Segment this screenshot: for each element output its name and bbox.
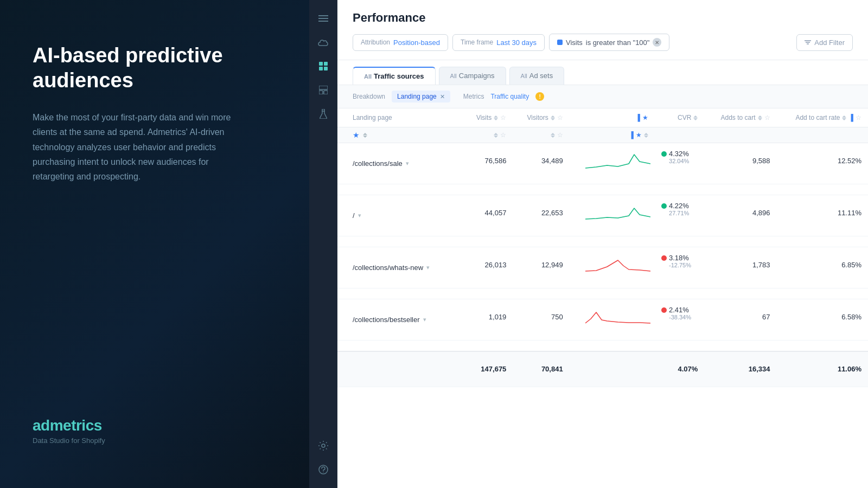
sparkline-cell [570,247,655,288]
hero-headline: AI-based predictive audiences [33,43,277,93]
visitors-star-icon[interactable]: ☆ [557,114,563,121]
breakdown-pill[interactable]: Landing page ✕ [392,91,450,102]
row-spacer [337,288,868,299]
sparkline-col-sort[interactable] [644,133,648,138]
sparkline-star-icon[interactable]: ★ [642,114,648,121]
sidebar [309,0,337,488]
visitors-cell: 750 [513,299,569,341]
sidebar-lab-icon[interactable] [314,104,333,124]
sort-down-icon [693,118,698,120]
metrics-info-icon[interactable]: ! [535,92,544,101]
totals-visitors: 70,841 [513,351,569,387]
url-text: /collections/sale [353,159,403,168]
add-to-cart-rate-cell: 12.52% [777,143,868,184]
totals-sparkline [570,351,655,387]
col-visits: Visits ☆ [463,108,513,127]
add-filter-button[interactable]: Add Filter [796,34,853,51]
sort-up-icon [693,115,698,118]
visits-filter-close[interactable]: ✕ [653,38,661,47]
visitors-value: 12,949 [541,261,563,269]
svg-point-11 [322,444,325,447]
logo-sub: Data Studio for Shopify [33,436,277,445]
visits-value: 26,013 [485,261,507,269]
add-to-cart-rate-value: 6.58% [841,313,861,321]
col-adds-to-cart-label: Adds to cart [720,114,755,121]
sidebar-grid-icon[interactable] [314,56,333,76]
tab-traffic-sources[interactable]: AllTraffic sources [353,67,436,85]
adds-to-cart-cell: 4,896 [704,195,776,236]
sparkline-container [572,200,653,232]
breakdown-close-icon[interactable]: ✕ [440,93,445,100]
visits-star-icon[interactable]: ☆ [500,114,506,121]
add-to-cart-rate-value: 11.11% [838,209,861,217]
sidebar-menu-icon[interactable] [314,9,333,28]
add-to-cart-rate-value: 6.85% [841,261,861,269]
cvr-main: 3.18% [661,254,689,262]
visits-col-star[interactable]: ☆ [500,131,506,139]
visitors-col-sort[interactable] [551,133,555,138]
table-row: /collections/bestseller ▾ 1,019750 2.41%… [337,299,868,341]
visitors-sort[interactable] [551,115,555,120]
sparkline-cell [570,143,655,184]
tab-ad-sets-label: Ad sets [529,72,553,80]
row-expand-icon[interactable]: ▾ [358,212,361,219]
col-cvr-label: CVR [678,114,691,121]
cvr-indicator [661,151,667,157]
timeframe-value: Last 30 days [496,38,537,47]
url-cell: /collections/bestseller ▾ [337,299,463,341]
svg-rect-5 [319,67,323,70]
visitors-cell: 12,949 [513,247,569,288]
visitors-cell: 34,489 [513,143,569,184]
metrics-value: Traffic quality [490,93,529,100]
visits-cell: 1,019 [463,299,513,341]
main-content: Performance Attribution Position-based T… [337,0,868,488]
visitors-cell: 22,653 [513,195,569,236]
adds-sort[interactable] [758,115,762,120]
tab-ad-sets[interactable]: AllAd sets [509,67,565,85]
col-add-to-cart-rate-label: Add to cart rate [795,114,840,121]
sidebar-settings-icon[interactable] [314,436,333,455]
rate-star-icon[interactable]: ☆ [856,114,861,121]
cvr-indicator [661,255,667,261]
col-add-to-cart-rate: Add to cart rate ▐ ☆ [777,108,868,127]
row-expand-icon[interactable]: ▾ [406,160,409,167]
visitors-col-star[interactable]: ☆ [557,131,563,139]
visits-sort[interactable] [494,115,498,120]
timeframe-filter[interactable]: Time frame Last 30 days [452,34,545,51]
attribution-filter[interactable]: Attribution Position-based [353,34,448,51]
col-adds-to-cart: Adds to cart ☆ [704,108,776,127]
totals-visits: 147,675 [463,351,513,387]
sidebar-layout-icon[interactable] [314,80,333,100]
adds-to-cart-value: 9,588 [752,157,770,165]
totals-rate: 11.06% [777,351,868,387]
adds-to-cart-value: 4,896 [752,209,770,217]
visitors-value: 22,653 [541,209,563,217]
add-to-cart-rate-cell: 6.85% [777,247,868,288]
svg-rect-9 [324,91,328,94]
totals-row: 147,675 70,841 4.07% 16,334 11.06% [337,351,868,387]
cvr-sub: 32.04% [661,158,689,164]
url-text: / [353,211,355,220]
rate-sort[interactable] [842,115,846,120]
svg-rect-6 [324,67,328,70]
svg-rect-7 [319,86,328,89]
adds-to-cart-value: 1,783 [752,261,770,269]
visits-filter[interactable]: Visits is greater than "100" ✕ [549,34,669,51]
star-filter-icon[interactable]: ★ [353,131,360,139]
adds-star-icon[interactable]: ☆ [764,114,770,121]
tab-campaigns[interactable]: AllCampaigns [439,67,506,85]
breakdown-label: Breakdown [353,93,385,100]
visits-col-sort[interactable] [494,133,498,138]
col-cvr: CVR [655,108,704,127]
sidebar-help-icon[interactable] [314,460,333,479]
row-expand-icon[interactable]: ▾ [423,316,426,323]
sidebar-cloud-icon[interactable] [314,33,333,52]
tab-campaigns-prefix: All [450,73,457,79]
cvr-cell: 2.41% -38.34% [655,299,704,341]
main-sort[interactable] [363,133,367,138]
table-row: / ▾ 44,05722,653 4.22% 27.71% 4,89611.11… [337,195,868,236]
cvr-sort[interactable] [693,115,698,120]
url-text: /collections/bestseller [353,316,420,324]
sparkline-col-star[interactable]: ★ [636,131,642,139]
row-expand-icon[interactable]: ▾ [426,264,430,271]
